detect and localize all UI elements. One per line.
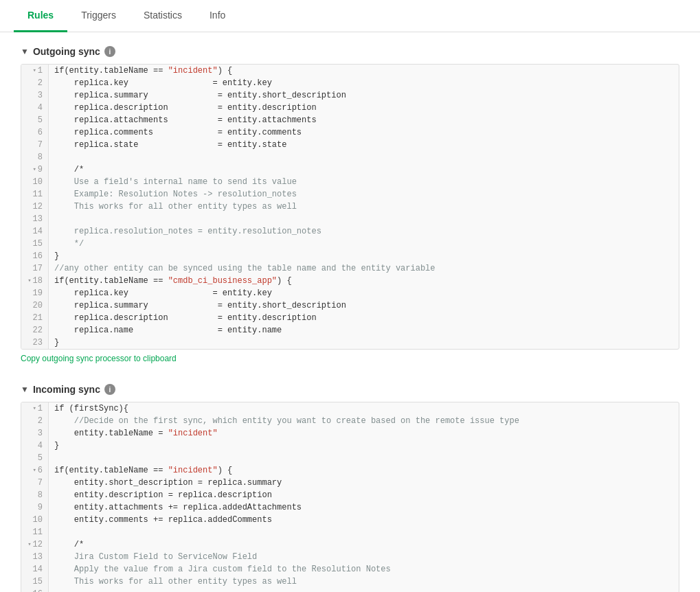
code-line: 11 Example: Resolution Notes -> resoluti… <box>21 188 679 201</box>
code-line: 17//any other entity can be synced using… <box>21 262 679 275</box>
line-number: 22 <box>21 324 49 337</box>
outgoing-sync-header: ▼ Outgoing sync i <box>21 46 679 57</box>
line-number: 7 <box>21 477 49 489</box>
line-number: 5 <box>21 452 49 464</box>
fold-icon[interactable]: ▾ <box>27 275 31 287</box>
code-line: 16} <box>21 250 679 262</box>
line-number: ▾18 <box>21 275 49 287</box>
outgoing-sync-title: Outgoing sync <box>33 46 100 57</box>
line-number: 8 <box>21 489 49 501</box>
code-line: 2 replica.key = entity.key <box>21 77 679 89</box>
incoming-collapse-icon[interactable]: ▼ <box>21 385 29 394</box>
code-line: 8 <box>21 151 679 163</box>
code-text: Apply the value from a Jira custom field… <box>49 563 679 576</box>
incoming-sync-code: ▾1if (firstSync){2 //Decide on the first… <box>21 402 679 592</box>
line-number: 12 <box>21 201 49 213</box>
code-line: 5 replica.attachments = entity.attachmen… <box>21 114 679 126</box>
code-text: replica.description = entity.description <box>49 102 679 114</box>
code-line: ▾18if(entity.tableName == "cmdb_ci_busin… <box>21 275 679 287</box>
code-line: ▾12 /* <box>21 538 679 551</box>
tab-statistics[interactable]: Statistics <box>130 0 196 32</box>
fold-icon[interactable]: ▾ <box>27 538 31 551</box>
code-text: entity.attachments += replica.addedAttac… <box>49 501 679 514</box>
code-line: 4} <box>21 440 679 452</box>
line-number: 4 <box>21 440 49 452</box>
line-number: 2 <box>21 415 49 427</box>
copy-outgoing-link[interactable]: Copy outgoing sync processor to clipboar… <box>21 354 177 363</box>
outgoing-sync-section: ▼ Outgoing sync i ▾1if(entity.tableName … <box>21 46 679 363</box>
line-number: 21 <box>21 312 49 324</box>
code-line: 22 replica.name = entity.name <box>21 324 679 337</box>
code-text: } <box>49 250 679 262</box>
code-text: if(entity.tableName == "incident") { <box>49 464 679 477</box>
code-text: Jira Custom Field to ServiceNow Field <box>49 551 679 563</box>
code-text: } <box>49 440 679 452</box>
code-line: 7 replica.state = entity.state <box>21 139 679 151</box>
code-line: 10 Use a field's internal name to send i… <box>21 176 679 188</box>
code-line: ▾9 /* <box>21 163 679 176</box>
code-text: replica.comments = entity.comments <box>49 126 679 139</box>
tab-rules[interactable]: Rules <box>14 0 67 32</box>
line-number: 4 <box>21 102 49 114</box>
outgoing-sync-info-icon[interactable]: i <box>104 46 115 57</box>
code-line: 23} <box>21 337 679 349</box>
line-number: ▾1 <box>21 402 49 415</box>
code-line: 11 <box>21 526 679 538</box>
line-number: 3 <box>21 427 49 440</box>
code-text: } <box>49 337 679 349</box>
code-line: 14 Apply the value from a Jira custom fi… <box>21 563 679 576</box>
incoming-sync-section: ▼ Incoming sync i ▾1if (firstSync){2 //D… <box>21 384 679 592</box>
code-text: replica.summary = entity.short_descripti… <box>49 89 679 102</box>
line-number: 9 <box>21 501 49 514</box>
line-number: 19 <box>21 287 49 299</box>
code-text: replica.key = entity.key <box>49 77 679 89</box>
incoming-sync-header: ▼ Incoming sync i <box>21 384 679 395</box>
incoming-sync-title: Incoming sync <box>33 384 100 395</box>
line-number: 2 <box>21 77 49 89</box>
line-number: 13 <box>21 551 49 563</box>
fold-icon[interactable]: ▾ <box>32 402 36 415</box>
line-number: 8 <box>21 151 49 163</box>
code-text: Use a field's internal name to send its … <box>49 176 679 188</box>
code-text: //Decide on the first sync, which entity… <box>49 415 679 427</box>
tab-info[interactable]: Info <box>196 0 239 32</box>
code-text: replica.name = entity.name <box>49 324 679 337</box>
code-line: 8 entity.description = replica.descripti… <box>21 489 679 501</box>
code-line: ▾6if(entity.tableName == "incident") { <box>21 464 679 477</box>
line-number: ▾12 <box>21 538 49 551</box>
outgoing-collapse-icon[interactable]: ▼ <box>21 47 29 56</box>
line-number: ▾9 <box>21 163 49 176</box>
code-line: 5 <box>21 452 679 464</box>
code-line: 3 replica.summary = entity.short_descrip… <box>21 89 679 102</box>
fold-icon[interactable]: ▾ <box>32 65 36 77</box>
line-number: 5 <box>21 114 49 126</box>
code-text: if (firstSync){ <box>49 402 679 415</box>
fold-icon[interactable]: ▾ <box>32 464 36 477</box>
code-line: 10 entity.comments += replica.addedComme… <box>21 514 679 526</box>
code-line: 4 replica.description = entity.descripti… <box>21 102 679 114</box>
incoming-sync-info-icon[interactable]: i <box>104 384 115 395</box>
line-number: 13 <box>21 213 49 225</box>
code-line: 15 */ <box>21 238 679 250</box>
code-line: 12 This works for all other entity types… <box>21 201 679 213</box>
code-text: replica.resolution_notes = entity.resolu… <box>49 225 679 238</box>
outgoing-sync-code: ▾1if(entity.tableName == "incident") {2 … <box>21 64 679 350</box>
line-number: 10 <box>21 514 49 526</box>
code-text: replica.description = entity.description <box>49 312 679 324</box>
code-line: 9 entity.attachments += replica.addedAtt… <box>21 501 679 514</box>
line-number: 14 <box>21 225 49 238</box>
line-number: 3 <box>21 89 49 102</box>
code-text: */ <box>49 238 679 250</box>
line-number: 14 <box>21 563 49 576</box>
code-text: if(entity.tableName == "cmdb_ci_business… <box>49 275 679 287</box>
code-text: This works for all other entity types as… <box>49 201 679 213</box>
tab-triggers[interactable]: Triggers <box>67 0 130 32</box>
line-number: 20 <box>21 299 49 312</box>
code-line: 2 //Decide on the first sync, which enti… <box>21 415 679 427</box>
code-line: 13 Jira Custom Field to ServiceNow Field <box>21 551 679 563</box>
fold-icon[interactable]: ▾ <box>32 163 36 176</box>
code-line: 20 replica.summary = entity.short_descri… <box>21 299 679 312</box>
code-text: if(entity.tableName == "incident") { <box>49 65 679 77</box>
code-text: //any other entity can be synced using t… <box>49 262 679 275</box>
line-number: 6 <box>21 126 49 139</box>
